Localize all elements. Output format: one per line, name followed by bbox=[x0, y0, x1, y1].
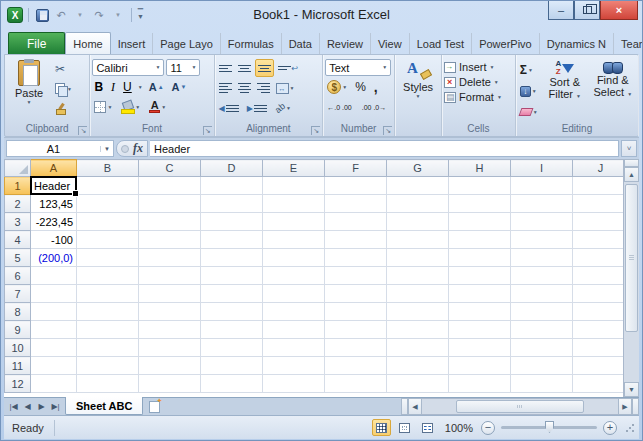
cell-B2[interactable] bbox=[77, 195, 139, 213]
format-cells-button[interactable]: Format▼ bbox=[444, 91, 513, 103]
split-handle-right[interactable] bbox=[632, 398, 639, 415]
cell-C12[interactable] bbox=[139, 375, 201, 393]
cell-B8[interactable] bbox=[77, 303, 139, 321]
cell-I12[interactable] bbox=[511, 375, 573, 393]
font-name-select[interactable]: Calibri▼ bbox=[92, 59, 164, 76]
cell-H10[interactable] bbox=[449, 339, 511, 357]
cell-G9[interactable] bbox=[387, 321, 449, 339]
cell-I9[interactable] bbox=[511, 321, 573, 339]
cell-I1[interactable] bbox=[511, 177, 573, 195]
row-header-6[interactable]: 6 bbox=[5, 267, 31, 285]
cell-D3[interactable] bbox=[201, 213, 263, 231]
first-sheet-button[interactable]: |◀ bbox=[7, 402, 20, 411]
font-size-select[interactable]: 11▼ bbox=[166, 59, 200, 76]
cell-E3[interactable] bbox=[263, 213, 325, 231]
cell-J8[interactable] bbox=[573, 303, 629, 321]
column-header-F[interactable]: F bbox=[325, 160, 387, 177]
cell-H8[interactable] bbox=[449, 303, 511, 321]
paste-button[interactable]: Paste ▼ bbox=[7, 58, 51, 121]
cell-F5[interactable] bbox=[325, 249, 387, 267]
cell-H9[interactable] bbox=[449, 321, 511, 339]
italic-button[interactable]: I bbox=[109, 78, 117, 96]
cell-F8[interactable] bbox=[325, 303, 387, 321]
cell-I3[interactable] bbox=[511, 213, 573, 231]
cell-I6[interactable] bbox=[511, 267, 573, 285]
tab-insert[interactable]: Insert bbox=[111, 33, 154, 54]
row-header-9[interactable]: 9 bbox=[5, 321, 31, 339]
cell-J5[interactable] bbox=[573, 249, 629, 267]
cell-B9[interactable] bbox=[77, 321, 139, 339]
clipboard-dialog-launcher[interactable]: ↘ bbox=[78, 126, 87, 135]
cell-F10[interactable] bbox=[325, 339, 387, 357]
cell-H6[interactable] bbox=[449, 267, 511, 285]
cell-E1[interactable] bbox=[263, 177, 325, 195]
cell-E12[interactable] bbox=[263, 375, 325, 393]
cell-D1[interactable] bbox=[201, 177, 263, 195]
grow-font-button[interactable]: A▲ bbox=[147, 78, 166, 96]
cell-A4[interactable]: -100 bbox=[31, 231, 77, 249]
cell-D6[interactable] bbox=[201, 267, 263, 285]
tab-page-layo[interactable]: Page Layo bbox=[153, 33, 221, 54]
fill-color-button[interactable]: ▼ bbox=[119, 98, 142, 116]
cell-A8[interactable] bbox=[31, 303, 77, 321]
row-header-11[interactable]: 11 bbox=[5, 357, 31, 375]
cell-G11[interactable] bbox=[387, 357, 449, 375]
cell-C5[interactable] bbox=[139, 249, 201, 267]
increase-indent-button[interactable]: ▶ bbox=[245, 99, 269, 117]
cell-A6[interactable] bbox=[31, 267, 77, 285]
cell-F7[interactable] bbox=[325, 285, 387, 303]
close-button[interactable]: × bbox=[600, 1, 638, 20]
cell-G6[interactable] bbox=[387, 267, 449, 285]
cell-G10[interactable] bbox=[387, 339, 449, 357]
cell-H3[interactable] bbox=[449, 213, 511, 231]
cell-F2[interactable] bbox=[325, 195, 387, 213]
tab-home[interactable]: Home bbox=[65, 32, 110, 54]
format-painter-button[interactable] bbox=[53, 100, 74, 118]
align-center-button[interactable] bbox=[236, 79, 253, 97]
column-header-A[interactable]: A bbox=[31, 160, 77, 177]
cell-B12[interactable] bbox=[77, 375, 139, 393]
cell-I11[interactable] bbox=[511, 357, 573, 375]
align-right-button[interactable] bbox=[255, 79, 272, 97]
row-header-10[interactable]: 10 bbox=[5, 339, 31, 357]
row-header-12[interactable]: 12 bbox=[5, 375, 31, 393]
merge-center-button[interactable]: ↔▼ bbox=[274, 79, 297, 97]
cell-D11[interactable] bbox=[201, 357, 263, 375]
column-header-D[interactable]: D bbox=[201, 160, 263, 177]
cell-H1[interactable] bbox=[449, 177, 511, 195]
align-left-button[interactable] bbox=[217, 79, 234, 97]
cell-J6[interactable] bbox=[573, 267, 629, 285]
horizontal-scrollbar[interactable]: ◀ ▶ bbox=[401, 398, 639, 415]
cell-B10[interactable] bbox=[77, 339, 139, 357]
cell-A5[interactable]: (200,0) bbox=[31, 249, 77, 267]
cell-E5[interactable] bbox=[263, 249, 325, 267]
cell-A2[interactable]: 123,45 bbox=[31, 195, 77, 213]
font-dialog-launcher[interactable]: ↘ bbox=[203, 126, 212, 135]
cell-E7[interactable] bbox=[263, 285, 325, 303]
cell-B5[interactable] bbox=[77, 249, 139, 267]
cell-B6[interactable] bbox=[77, 267, 139, 285]
cell-D7[interactable] bbox=[201, 285, 263, 303]
tab-view[interactable]: View bbox=[371, 33, 410, 54]
shrink-font-button[interactable]: A▼ bbox=[170, 78, 189, 96]
cell-D5[interactable] bbox=[201, 249, 263, 267]
name-box-dropdown[interactable]: ▼ bbox=[100, 146, 113, 152]
page-layout-view-button[interactable] bbox=[395, 419, 414, 436]
cell-C2[interactable] bbox=[139, 195, 201, 213]
cell-D10[interactable] bbox=[201, 339, 263, 357]
name-box[interactable]: A1 ▼ bbox=[6, 140, 114, 157]
next-sheet-button[interactable]: ▶ bbox=[35, 402, 48, 411]
cell-B4[interactable] bbox=[77, 231, 139, 249]
underline-dropdown[interactable]: ▼ bbox=[138, 85, 143, 90]
cell-J11[interactable] bbox=[573, 357, 629, 375]
cell-H5[interactable] bbox=[449, 249, 511, 267]
cell-B1[interactable] bbox=[77, 177, 139, 195]
cell-C9[interactable] bbox=[139, 321, 201, 339]
cell-J10[interactable] bbox=[573, 339, 629, 357]
vertical-scroll-thumb[interactable] bbox=[625, 184, 638, 332]
insert-worksheet-button[interactable] bbox=[143, 398, 166, 415]
column-header-G[interactable]: G bbox=[387, 160, 449, 177]
row-header-1[interactable]: 1 bbox=[5, 177, 31, 195]
cell-E11[interactable] bbox=[263, 357, 325, 375]
cell-D12[interactable] bbox=[201, 375, 263, 393]
